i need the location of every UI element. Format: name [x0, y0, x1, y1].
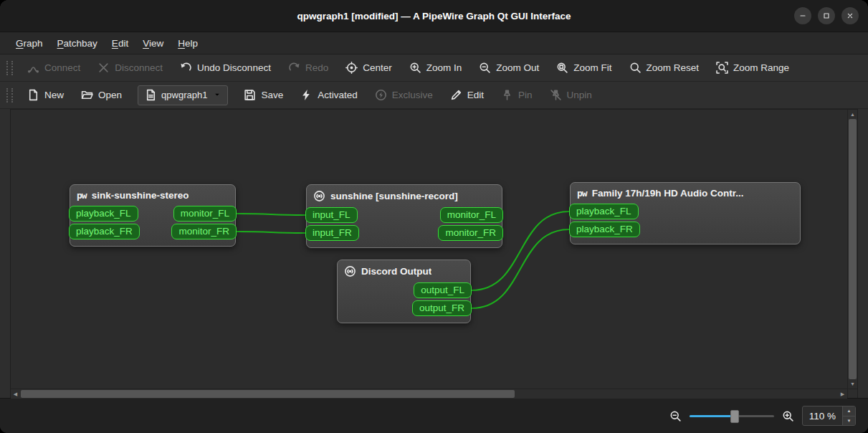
- zoom-out-button[interactable]: Zoom Out: [471, 57, 547, 78]
- unpin-button[interactable]: Unpin: [542, 85, 600, 105]
- port-output_FR[interactable]: output_FR: [412, 300, 472, 316]
- zoom-in-icon[interactable]: [782, 410, 794, 422]
- canvas-frame: pwsink-sunshine-stereoplayback_FLplaybac…: [10, 109, 858, 399]
- scroll-left-arrow-icon[interactable]: ◀: [11, 389, 20, 399]
- app-window: qpwgraph1 [modified] — A PipeWire Graph …: [0, 0, 868, 433]
- menu-graph[interactable]: Graph: [9, 32, 50, 54]
- zoom-reset-button[interactable]: Zoom Reset: [621, 57, 707, 78]
- menu-edit[interactable]: Edit: [105, 32, 135, 54]
- node-discord[interactable]: Discord Outputoutput_FLoutput_FR: [337, 260, 471, 323]
- center-icon: [345, 62, 358, 74]
- node-header: pwsink-sunshine-stereo: [70, 185, 235, 206]
- undo-disconnect-button[interactable]: Undo Disconnect: [172, 57, 279, 78]
- menu-patchbay[interactable]: Patchbay: [50, 32, 105, 54]
- toolbar-handle[interactable]: [6, 88, 13, 103]
- node-sink[interactable]: pwsink-sunshine-stereoplayback_FLplaybac…: [70, 184, 236, 247]
- disconnect-button[interactable]: Disconnect: [90, 57, 171, 78]
- node-ports: output_FLoutput_FR: [338, 282, 470, 316]
- new-button[interactable]: New: [19, 85, 72, 105]
- exclusive-icon: [375, 89, 387, 101]
- vertical-scrollbar[interactable]: ▲ ▼: [847, 110, 857, 389]
- node-family[interactable]: pwFamily 17h/19h HD Audio Contr...playba…: [570, 182, 801, 244]
- zoom-in-button[interactable]: Zoom In: [401, 57, 470, 78]
- toolbar-handle[interactable]: [6, 61, 13, 75]
- node-header: Discord Output: [338, 260, 470, 282]
- close-button[interactable]: [841, 7, 859, 24]
- zoom-reset-label: Zoom Reset: [647, 62, 700, 73]
- node-title: sink-sunshine-stereo: [92, 190, 189, 201]
- zoom-slider-fill: [690, 415, 735, 417]
- media-icon: [344, 265, 356, 277]
- vertical-scrollbar-thumb[interactable]: [849, 119, 857, 379]
- center-button[interactable]: Center: [338, 57, 400, 78]
- save-button[interactable]: Save: [236, 85, 291, 105]
- port-input_FR[interactable]: input_FR: [305, 225, 359, 241]
- activated-button[interactable]: Activated: [292, 85, 366, 105]
- patchbay-profile-combo[interactable]: qpwgraph1: [138, 85, 228, 105]
- scrollbar-corner: [847, 389, 857, 399]
- connection-wire[interactable]: [237, 232, 305, 233]
- graph-canvas[interactable]: pwsink-sunshine-stereoplayback_FLplaybac…: [11, 110, 847, 389]
- open-button[interactable]: Open: [73, 85, 130, 105]
- center-label: Center: [363, 62, 392, 73]
- port-monitor_FR[interactable]: monitor_FR: [171, 224, 237, 239]
- window-controls: [794, 7, 859, 24]
- open-icon: [81, 89, 93, 101]
- node-ports: playback_FLplayback_FRmonitor_FLmonitor_…: [70, 206, 235, 239]
- zoom-fit-label: Zoom Fit: [573, 62, 611, 73]
- window-title: qpwgraph1 [modified] — A PipeWire Graph …: [297, 11, 571, 22]
- scroll-right-arrow-icon[interactable]: ▶: [838, 389, 847, 399]
- edit-button[interactable]: Edit: [442, 85, 492, 105]
- zoom-range-label: Zoom Range: [733, 62, 789, 73]
- horizontal-scrollbar-thumb[interactable]: [21, 390, 515, 398]
- connect-label: Connect: [44, 62, 80, 73]
- patchbay-file-icon: [145, 89, 157, 101]
- zoom-spin-down-button[interactable]: ▼: [843, 416, 855, 426]
- scroll-up-arrow-icon[interactable]: ▲: [848, 110, 857, 119]
- redo-label: Redo: [305, 62, 328, 73]
- connect-icon: [27, 62, 39, 74]
- maximize-button[interactable]: [818, 7, 835, 24]
- zoom-slider[interactable]: [690, 409, 774, 422]
- scroll-down-arrow-icon[interactable]: ▼: [848, 379, 857, 389]
- zoom-slider-handle[interactable]: [730, 410, 739, 423]
- port-output_FL[interactable]: output_FL: [414, 282, 472, 298]
- menu-label: Edit: [112, 38, 128, 49]
- port-input_FL[interactable]: input_FL: [305, 207, 358, 223]
- zoom-spin-up-button[interactable]: ▲: [843, 406, 855, 416]
- open-label: Open: [98, 90, 122, 100]
- port-playback_FR[interactable]: playback_FR: [69, 224, 140, 239]
- port-playback_FR[interactable]: playback_FR: [569, 222, 640, 237]
- port-playback_FL[interactable]: playback_FL: [569, 204, 639, 219]
- activated-label: Activated: [318, 90, 358, 100]
- menu-help[interactable]: Help: [171, 32, 205, 54]
- port-monitor_FL[interactable]: monitor_FL: [173, 206, 237, 222]
- exclusive-button[interactable]: Exclusive: [367, 85, 441, 105]
- redo-button[interactable]: Redo: [280, 57, 336, 78]
- node-ports: playback_FLplayback_FR: [571, 204, 800, 237]
- minimize-button[interactable]: [794, 7, 811, 24]
- zoom-range-icon: [716, 62, 728, 74]
- close-icon: [846, 11, 854, 20]
- zoom-fit-button[interactable]: Zoom Fit: [548, 57, 619, 78]
- edit-icon: [450, 89, 462, 101]
- menu-view[interactable]: View: [135, 32, 171, 54]
- connection-wire[interactable]: [237, 214, 305, 215]
- zoom-in-icon: [409, 62, 421, 74]
- port-monitor_FR[interactable]: monitor_FR: [438, 225, 503, 241]
- pin-label: Pin: [518, 90, 533, 100]
- menu-label: Patchbay: [57, 38, 97, 49]
- node-sunshine[interactable]: sunshine [sunshine-record]input_FLinput_…: [306, 184, 502, 248]
- port-monitor_FL[interactable]: monitor_FL: [440, 207, 503, 223]
- connections-layer: [11, 110, 847, 389]
- zoom-out-icon[interactable]: [669, 410, 682, 422]
- connect-button[interactable]: Connect: [19, 57, 88, 78]
- pin-button[interactable]: Pin: [493, 85, 540, 105]
- minimize-icon: [798, 11, 807, 20]
- zoom-spinbox[interactable]: 110 % ▲ ▼: [802, 406, 856, 426]
- port-playback_FL[interactable]: playback_FL: [69, 206, 138, 222]
- titlebar[interactable]: qpwgraph1 [modified] — A PipeWire Graph …: [0, 0, 868, 32]
- horizontal-scrollbar[interactable]: ◀ ▶: [11, 389, 847, 399]
- zoom-range-button[interactable]: Zoom Range: [708, 57, 797, 78]
- chevron-down-icon: [214, 91, 221, 100]
